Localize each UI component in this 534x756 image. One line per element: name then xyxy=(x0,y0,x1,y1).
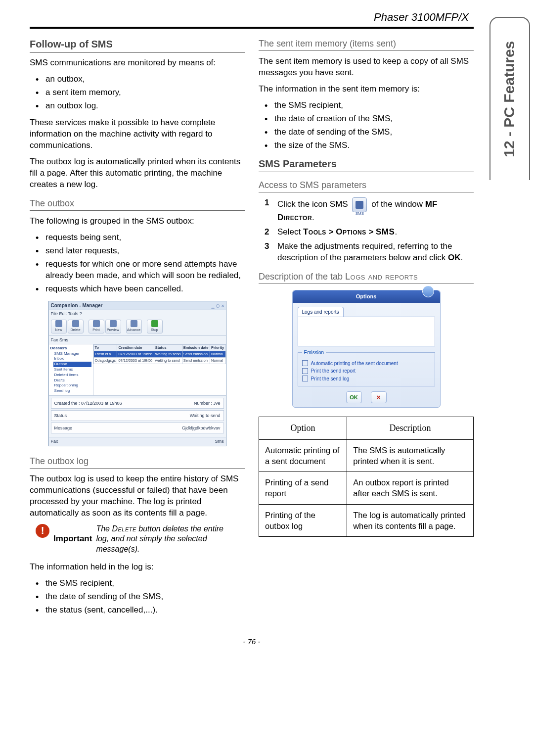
tab-logs-reports[interactable]: Logs and reports xyxy=(298,307,344,317)
list-item: the date of creation of the SMS, xyxy=(265,113,474,125)
rule xyxy=(259,284,474,284)
statusbar: FaxSms xyxy=(49,437,226,445)
list-outbox: requests being sent, send later requests… xyxy=(30,232,245,295)
sms-icon[interactable]: SMS xyxy=(352,197,367,212)
heading-desc-tab: Description of the tab Logs and reports xyxy=(259,271,474,283)
preview-icon xyxy=(110,320,117,327)
detail-status-label: Status xyxy=(54,413,67,419)
toolbar: New Delete Print Preview Advance Stop xyxy=(49,318,226,336)
cancel-button[interactable]: ✕ xyxy=(371,391,387,403)
toolbar-advance[interactable]: Advance xyxy=(126,320,142,333)
list-item: an outbox log. xyxy=(36,100,245,112)
rule xyxy=(30,468,245,469)
window-title: Companion - Manager xyxy=(51,302,103,309)
table-row: Printing of a send reportAn outbox repor… xyxy=(259,472,474,505)
fieldset-legend: Emission xyxy=(302,349,326,356)
toolbar-preview[interactable]: Preview xyxy=(105,320,121,333)
tree-item[interactable]: Send log xyxy=(53,388,91,394)
side-chapter-label: 12 - PC Features xyxy=(500,41,520,157)
figure-options-dialog: Options Logs and reports Emission Automa… xyxy=(292,290,441,408)
para-sentinfo: The information in the sent item memory … xyxy=(259,84,474,95)
tree-item[interactable]: Repositioning xyxy=(53,383,91,388)
step: 2 Select Tools > Options > SMS. xyxy=(265,227,474,238)
tabs[interactable]: Fax Sms xyxy=(49,336,226,344)
table-row[interactable]: Trient et y07/12/2003 at 19h56Waiting to… xyxy=(93,351,225,357)
rule xyxy=(30,210,245,211)
rule xyxy=(259,172,474,172)
toolbar-new[interactable]: New xyxy=(51,320,67,333)
refresh-icon xyxy=(131,320,137,327)
list-item: requests for which one or more send atte… xyxy=(36,259,245,282)
grid-header[interactable]: Emission date xyxy=(182,344,210,351)
ok-button[interactable]: OK xyxy=(346,391,362,403)
table-header: Option xyxy=(259,417,347,439)
table-header: Description xyxy=(347,417,474,439)
list-item: the status (sent, cancelled,...). xyxy=(36,605,245,616)
rule xyxy=(259,50,474,51)
detail-panel: Created the : 07/12/2003 at 19h06Number … xyxy=(49,395,226,437)
heading-sms-parameters: SMS Parameters xyxy=(259,157,474,171)
warning-icon: ! xyxy=(36,524,49,538)
folder-tree[interactable]: Dossiers SMS Manager Inbox Outbox Sent i… xyxy=(49,344,93,395)
important-label: Important xyxy=(53,533,92,545)
important-text: The Delete button deletes the entire log… xyxy=(96,524,230,555)
rule xyxy=(259,192,474,192)
figure-companion-manager: Companion - Manager ▁ ▢ ✕ File Edit Tool… xyxy=(48,301,226,446)
detail-created: Created the : 07/12/2003 at 19h06 xyxy=(54,400,122,406)
detail-status-value: Waiting to send xyxy=(190,413,221,419)
document-icon xyxy=(55,320,62,327)
list-sentinfo: the SMS recipient, the date of creation … xyxy=(259,100,474,151)
heading-followup: Follow-up of SMS xyxy=(30,38,245,51)
rule xyxy=(30,52,245,52)
para-outbox-intro: The following is grouped in the SMS outb… xyxy=(30,216,245,227)
dialog-title: Options xyxy=(293,290,440,303)
tree-item[interactable]: Outbox xyxy=(53,362,91,367)
stop-icon xyxy=(151,320,158,327)
heading-outbox: The outbox xyxy=(30,197,245,209)
trash-icon xyxy=(72,320,79,327)
menubar[interactable]: File Edit Tools ? xyxy=(49,310,226,317)
list-item: send later requests, xyxy=(36,245,245,257)
para-services: These services make it possible to have … xyxy=(30,117,245,151)
heading-sent-memory: The sent item memory (items sent) xyxy=(259,38,474,49)
window-titlebar: Companion - Manager ▁ ▢ ✕ xyxy=(49,301,226,311)
para-autoprint: The outbox log is automatically printed … xyxy=(30,156,245,190)
list-intro: an outbox, a sent item memory, an outbox… xyxy=(30,74,245,112)
options-description-table: Option Description Automatic printing of… xyxy=(259,417,474,537)
grid-header[interactable]: Status xyxy=(154,344,182,351)
grid-header[interactable]: Creation date xyxy=(117,344,154,351)
checkbox-icon xyxy=(302,368,308,374)
header-rule xyxy=(30,27,474,29)
list-item: an outbox, xyxy=(36,74,245,85)
list-item: a sent item memory, xyxy=(36,87,245,98)
para-outboxlog: The outbox log is used to keep the entir… xyxy=(30,473,245,519)
toolbar-delete[interactable]: Delete xyxy=(68,320,84,333)
table-row[interactable]: Odagodgsgs07/12/2003 at 19h56waiting to … xyxy=(93,358,225,364)
tree-item[interactable]: Sent items xyxy=(53,367,91,373)
checkbox-auto-print[interactable]: Automatic printing of the sent document xyxy=(302,360,431,367)
window-controls[interactable]: ▁ ▢ ✕ xyxy=(211,302,223,309)
grid-header[interactable]: Priority xyxy=(210,344,225,351)
detail-message-value: Gjdkfjgdkbdwbkvav xyxy=(182,425,221,431)
step: 1 Click the icon SMS SMS of the window M… xyxy=(265,197,474,224)
tree-item[interactable]: Inbox xyxy=(53,356,91,362)
toolbar-stop[interactable]: Stop xyxy=(147,320,163,333)
steps-access: 1 Click the icon SMS SMS of the window M… xyxy=(259,197,474,264)
tree-item[interactable]: Deleted items xyxy=(53,373,91,378)
important-callout: ! Important The Delete button deletes th… xyxy=(36,524,230,555)
printer-icon xyxy=(93,320,100,327)
heading-outbox-log: The outbox log xyxy=(30,455,245,467)
heading-access-params: Access to SMS parameters xyxy=(259,179,474,191)
checkbox-send-log[interactable]: Print the send log xyxy=(302,376,431,382)
tree-item[interactable]: Drafts xyxy=(53,378,91,383)
page-number: - 76 - xyxy=(30,637,474,647)
detail-number: Number : Jve xyxy=(194,400,221,406)
checkbox-send-report[interactable]: Print the send report xyxy=(302,368,431,375)
message-grid[interactable]: ToCreation dateStatusEmission datePriori… xyxy=(93,344,226,395)
list-item: requests being sent, xyxy=(36,232,245,243)
side-chapter-tab: 12 - PC Features xyxy=(490,17,530,180)
dialog-body xyxy=(298,317,435,346)
tree-item[interactable]: SMS Manager xyxy=(53,351,91,357)
toolbar-print[interactable]: Print xyxy=(89,320,104,333)
grid-header[interactable]: To xyxy=(93,344,117,351)
